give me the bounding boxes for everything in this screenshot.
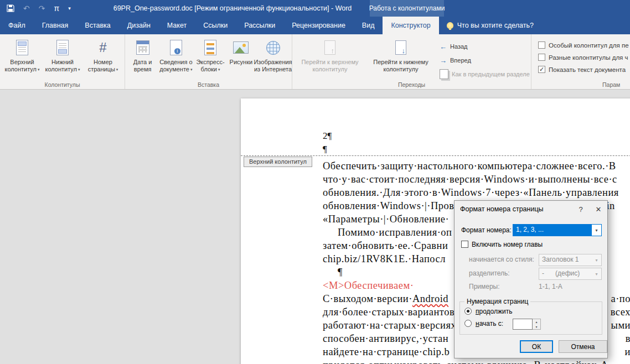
tab-header-footer-design[interactable]: Конструктор — [383, 17, 438, 34]
paragraph-mark: ¶ — [323, 144, 327, 155]
dialog-controls: ? ✕ — [572, 201, 607, 217]
tab-file[interactable]: Файл — [0, 17, 34, 34]
spin-down-icon: ▾ — [533, 324, 540, 329]
save-icon[interactable] — [7, 4, 14, 12]
word-window: { "icons": { "dropdown": "▾", "undo": "↶… — [0, 0, 630, 364]
quick-access-toolbar: ↶ ↷ π ▾ — [7, 0, 71, 17]
checkbox-icon — [538, 54, 545, 61]
equation-icon[interactable]: π — [54, 4, 59, 13]
next-button[interactable]: → Вперед — [440, 55, 530, 66]
quick-parts-icon — [204, 38, 216, 57]
start-at-input[interactable] — [513, 319, 533, 330]
chevron-down-icon: ▾ — [218, 67, 220, 71]
header-button[interactable]: Верхний колонтитул▾ — [2, 36, 42, 80]
previous-button[interactable]: ← Назад — [440, 41, 530, 52]
footer-button[interactable]: Нижний колонтитул▾ — [42, 36, 83, 80]
document-info-button[interactable]: Сведения о документе▾ — [158, 36, 194, 80]
pictures-button[interactable]: Рисунки — [227, 36, 255, 80]
tell-me-label: Что вы хотите сделать? — [457, 22, 534, 29]
group-options: Особый колонтитул для пе Разные колонтит… — [531, 34, 630, 89]
body-line: придется·оптимизировать·систему·вручную.… — [323, 360, 630, 364]
down-arrow-icon: ↓ — [402, 47, 406, 54]
pictures-icon — [233, 38, 249, 57]
page-number-format-dialog: Формат номера страницы ? ✕ Формат номера… — [454, 200, 608, 358]
customize-qat-icon[interactable]: ▾ — [68, 6, 71, 11]
chevron-down-icon: ▾ — [116, 67, 118, 71]
continue-radio[interactable] — [464, 308, 472, 315]
chevron-down-icon: ▾ — [592, 268, 601, 279]
document-info-icon — [170, 38, 182, 57]
goto-header-button[interactable]: ↑ Перейти к верхнему колонтитулу — [295, 36, 365, 80]
online-pictures-icon — [266, 38, 280, 57]
chapter-style-value: Заголовок 1 — [539, 254, 592, 266]
date-time-button[interactable]: Дата и время — [127, 36, 158, 80]
spinner-buttons[interactable]: ▴ ▾ — [533, 319, 541, 330]
goto-footer-button[interactable]: ↓ Перейти к нижнему колонтитулу — [365, 36, 436, 80]
cancel-button[interactable]: Отмена — [559, 340, 607, 353]
tell-me-box[interactable]: Что вы хотите сделать? — [439, 17, 541, 34]
different-odd-even-checkbox[interactable]: Разные колонтитулы для ч — [538, 54, 629, 61]
up-arrow-icon: ↑ — [331, 47, 335, 54]
tab-home[interactable]: Главная — [34, 17, 77, 34]
tab-design[interactable]: Дизайн — [119, 17, 159, 34]
chevron-down-icon: ▾ — [592, 254, 601, 266]
start-at-spinner[interactable]: ▴ ▾ — [513, 319, 541, 330]
group-label-options: Парам — [602, 81, 630, 88]
start-at-radio-label[interactable]: начать с: — [476, 320, 503, 327]
linked-pages-icon — [440, 69, 448, 79]
group-label-navigation: Переходы — [292, 81, 531, 88]
calendar-icon — [136, 38, 149, 57]
tab-review[interactable]: Рецензирование — [283, 17, 354, 34]
group-insert: Дата и время Сведения о документе▾ Экспр… — [125, 34, 292, 89]
back-arrow-icon: ← — [440, 43, 447, 51]
separator-label: разделитель: — [469, 269, 510, 277]
tab-layout[interactable]: Макет — [159, 17, 195, 34]
tab-view[interactable]: Вид — [354, 17, 383, 34]
options-checkboxes: Особый колонтитул для пе Разные колонтит… — [534, 36, 629, 73]
footer-icon — [56, 38, 69, 57]
online-pictures-button[interactable]: Изображения из Интернета — [255, 36, 291, 80]
goto-footer-icon: ↓ — [395, 38, 406, 57]
body-line: Обеспечить·защиту·настольного·компьютера… — [323, 160, 630, 174]
link-to-previous-button[interactable]: Как в предыдущем разделе — [440, 69, 530, 80]
chevron-down-icon: ▾ — [38, 67, 40, 71]
titlebar: ↶ ↷ π ▾ 69PR_One-password.doc [Режим огр… — [0, 0, 630, 17]
checkbox-checked-icon: ✓ — [538, 66, 545, 73]
group-navigation: ↑ Перейти к верхнему колонтитулу ↓ Перей… — [292, 34, 531, 89]
different-first-page-checkbox[interactable]: Особый колонтитул для пе — [538, 41, 629, 49]
chevron-down-icon: ▾ — [190, 67, 193, 71]
checkbox-icon — [538, 41, 545, 49]
show-document-text-checkbox[interactable]: ✓ Показать текст документа — [538, 66, 629, 73]
body-line: что·у·вас·стоит·последняя·версия·Windows… — [323, 174, 630, 187]
quick-parts-button[interactable]: Экспресс- блоки▾ — [194, 36, 226, 80]
tab-mailings[interactable]: Рассылки — [236, 17, 283, 34]
page-number-button[interactable]: # Номер страницы▾ — [83, 36, 123, 80]
separator-combobox: - (дефис) ▾ — [539, 268, 602, 280]
ok-button[interactable]: ОК — [520, 340, 553, 353]
chapter-style-combobox: Заголовок 1 ▾ — [539, 254, 602, 266]
include-chapter-number-checkbox[interactable] — [461, 241, 468, 248]
spellcheck-underlined-word: Android — [412, 293, 448, 304]
group-label-insert: Вставка — [125, 81, 292, 88]
number-format-combobox[interactable]: 1, 2, 3, ... ▾ — [513, 224, 602, 236]
chapter-style-label: начинается со стиля: — [469, 256, 534, 263]
header-zone[interactable]: 2¶ ¶ — [241, 98, 630, 156]
start-at-radio[interactable] — [464, 320, 472, 327]
help-icon[interactable]: ? — [572, 201, 590, 217]
group-label-header-footer: Колонтитулы — [0, 81, 125, 88]
tab-insert[interactable]: Вставка — [76, 17, 118, 34]
redo-icon[interactable]: ↷ — [39, 4, 45, 13]
group-header-footer: Верхний колонтитул▾ Нижний колонтитул▾ #… — [0, 34, 125, 89]
header-tag: Верхний колонтитул — [244, 157, 312, 167]
continue-radio-label[interactable]: продолжить — [476, 308, 512, 315]
tab-references[interactable]: Ссылки — [195, 17, 236, 34]
ribbon: Верхний колонтитул▾ Нижний колонтитул▾ #… — [0, 34, 630, 90]
examples-value: 1-1, 1-A — [539, 283, 562, 290]
contextual-tab-group: Работа с колонтитулами — [370, 0, 444, 17]
undo-icon[interactable]: ↶ — [23, 4, 30, 13]
chevron-down-icon[interactable]: ▾ — [592, 225, 601, 236]
include-chapter-number-label[interactable]: Включить номер главы — [472, 241, 543, 248]
number-format-label: Формат номера: — [461, 226, 512, 234]
page-numbering-groupbox: Нумерация страниц продолжить начать с: ▴… — [459, 301, 602, 335]
close-icon[interactable]: ✕ — [590, 201, 607, 217]
